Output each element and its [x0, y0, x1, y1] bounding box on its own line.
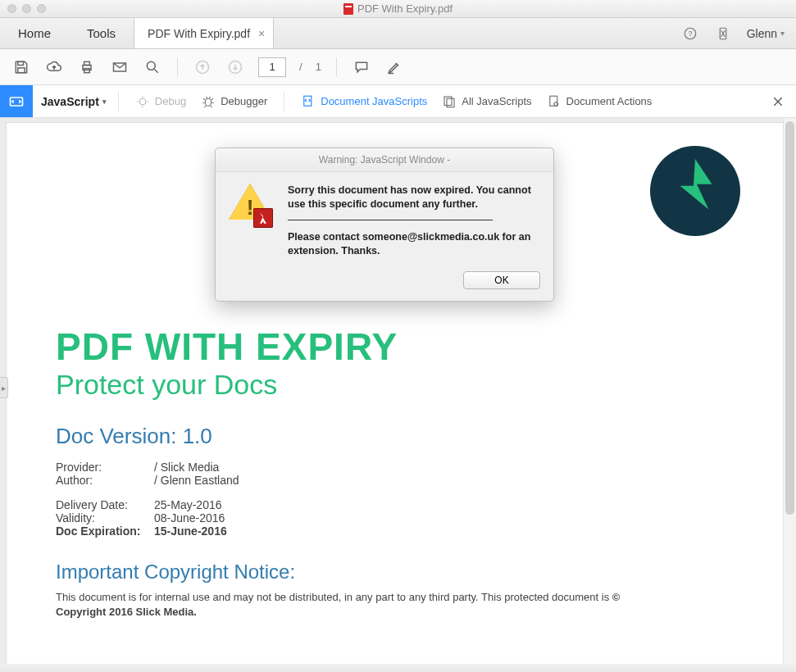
svg-rect-20 — [444, 97, 452, 106]
document-actions-label: Document Actions — [566, 95, 653, 107]
doc-title: PDF WITH EXPIRY — [56, 325, 734, 369]
close-icon[interactable]: × — [258, 27, 265, 40]
vertical-scrollbar[interactable] — [783, 118, 796, 664]
svg-point-17 — [139, 98, 146, 105]
all-javascripts-label: All JavaScripts — [462, 95, 531, 107]
validity-value: 08-June-2016 — [154, 511, 225, 524]
javascript-dropdown[interactable]: JavaScript ▾ — [41, 95, 107, 108]
warning-icon: ! — [229, 184, 276, 226]
toolbar-separator — [177, 57, 178, 77]
svg-point-18 — [205, 98, 212, 106]
company-logo — [650, 146, 740, 236]
javascript-toolbar: JavaScript ▾ Debug Debugger Document Jav… — [0, 85, 796, 118]
svg-line-12 — [155, 69, 158, 72]
close-panel-button[interactable] — [760, 85, 796, 117]
page-down-icon[interactable] — [225, 57, 245, 77]
svg-text:?: ? — [688, 30, 692, 38]
doc-meta-block-2: Delivery Date: 25-May-2016 Validity: 08-… — [56, 498, 734, 538]
copyright-body: This document is for internal use and ma… — [56, 590, 638, 619]
doc-version: Doc Version: 1.0 — [56, 424, 734, 449]
svg-rect-8 — [84, 61, 90, 65]
provider-value: / Slick Media — [154, 461, 219, 474]
author-key: Author: — [56, 474, 154, 487]
svg-rect-9 — [84, 68, 90, 72]
scrollbar-thumb[interactable] — [785, 121, 794, 515]
tab-home[interactable]: Home — [0, 18, 69, 48]
expiration-key: Doc Expiration: — [56, 524, 154, 538]
provider-key: Provider: — [56, 461, 154, 474]
page-number-input[interactable] — [258, 57, 286, 77]
javascript-label: JavaScript — [41, 95, 99, 108]
cloud-upload-icon[interactable] — [44, 57, 64, 77]
window-titlebar: PDF With Expiry.pdf — [0, 0, 796, 18]
svg-point-11 — [147, 61, 155, 70]
document-actions-button[interactable]: Document Actions — [542, 94, 657, 109]
save-icon[interactable] — [11, 57, 31, 77]
pdf-file-icon — [343, 3, 353, 15]
toolbar-separator — [336, 57, 337, 77]
separator — [284, 92, 284, 111]
debug-button[interactable]: Debug — [130, 94, 191, 109]
debug-label: Debug — [155, 95, 186, 107]
mobile-sync-icon[interactable] — [714, 25, 732, 43]
all-javascripts-button[interactable]: All JavaScripts — [437, 94, 536, 109]
svg-rect-6 — [18, 67, 25, 72]
dialog-title: Warning: JavaScript Window - — [216, 148, 553, 172]
main-toolbar: / 1 — [0, 49, 796, 85]
document-javascripts-label: Document JavaScripts — [321, 95, 427, 107]
tab-tools[interactable]: Tools — [69, 18, 134, 48]
debugger-button[interactable]: Debugger — [196, 94, 272, 109]
doc-subtitle: Protect your Docs — [56, 369, 734, 401]
copyright-text: This document is for internal use and ma… — [56, 591, 612, 603]
separator — [118, 92, 119, 111]
validity-key: Validity: — [56, 511, 154, 524]
dialog-message-1: Sorry this document has now expired. You… — [288, 184, 540, 211]
chevron-down-icon: ▾ — [102, 98, 107, 106]
document-javascripts-button[interactable]: Document JavaScripts — [296, 94, 432, 109]
tab-document-label: PDF With Expiry.pdf — [148, 27, 250, 40]
primary-tab-row: Home Tools PDF With Expiry.pdf × ? Glenn… — [0, 18, 796, 49]
dialog-divider — [288, 220, 493, 220]
tab-document[interactable]: PDF With Expiry.pdf × — [134, 18, 274, 48]
warning-dialog: Warning: JavaScript Window - ! Sorry thi… — [215, 148, 554, 302]
page-up-icon[interactable] — [193, 57, 212, 77]
ok-button[interactable]: OK — [463, 271, 540, 289]
search-icon[interactable] — [143, 57, 162, 77]
user-menu[interactable]: Glenn ▾ — [747, 27, 785, 40]
highlight-icon[interactable] — [384, 57, 404, 77]
svg-rect-21 — [447, 98, 454, 107]
nav-panel-expand-handle[interactable] — [0, 377, 8, 398]
debugger-label: Debugger — [221, 95, 267, 107]
chevron-down-icon: ▾ — [780, 29, 785, 38]
adobe-badge-icon — [253, 208, 273, 228]
dialog-message-2: Please contact someone@slickmedia.co.uk … — [288, 230, 540, 258]
svg-rect-19 — [304, 96, 312, 106]
window-title: PDF With Expiry.pdf — [357, 2, 453, 15]
comment-icon[interactable] — [352, 57, 371, 77]
expiration-value: 15-June-2016 — [154, 524, 227, 538]
svg-rect-5 — [18, 61, 24, 65]
user-name: Glenn — [747, 27, 777, 40]
delivery-key: Delivery Date: — [56, 498, 154, 511]
help-icon[interactable]: ? — [681, 25, 699, 43]
window-resize-edge[interactable] — [0, 664, 796, 672]
print-icon[interactable] — [77, 57, 97, 77]
email-icon[interactable] — [110, 57, 130, 77]
page-separator: / — [299, 61, 302, 73]
author-value: / Glenn Eastland — [154, 474, 239, 487]
copyright-heading: Important Copyright Notice: — [56, 561, 734, 583]
delivery-value: 25-May-2016 — [154, 498, 222, 511]
doc-meta-block-1: Provider: / Slick Media Author: / Glenn … — [56, 461, 734, 487]
javascript-tool-icon[interactable] — [0, 85, 33, 117]
page-total: 1 — [316, 61, 321, 73]
